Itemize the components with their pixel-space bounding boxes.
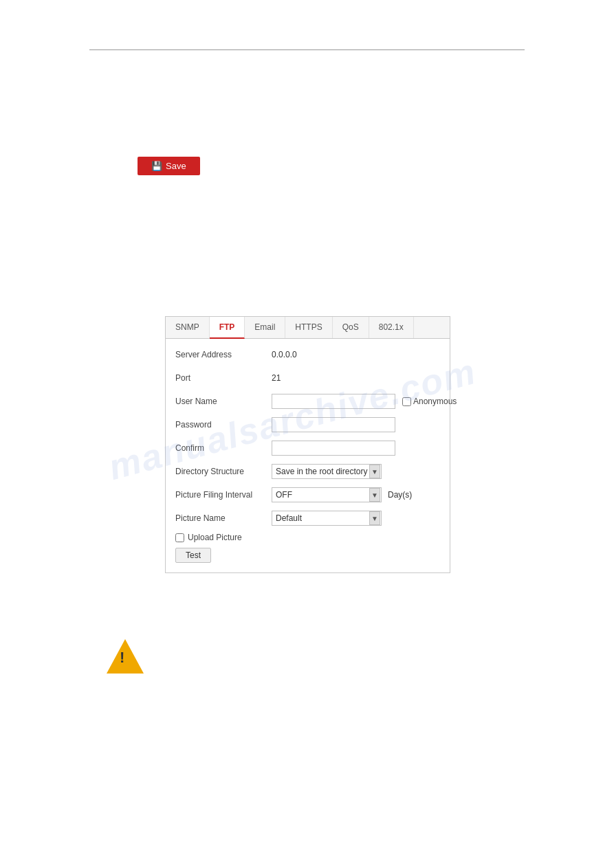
picture-name-select-wrapper: Default Custom ▼ (272, 511, 382, 526)
password-control (272, 417, 440, 432)
test-button-row: Test (175, 548, 440, 563)
port-control: 21 (272, 373, 440, 383)
directory-structure-select-wrapper: Save in the root directory Custom ▼ (272, 464, 382, 479)
server-address-label: Server Address (175, 350, 272, 359)
directory-structure-select[interactable]: Save in the root directory Custom (272, 464, 382, 479)
tab-8021x[interactable]: 802.1x (369, 317, 414, 338)
port-value: 21 (272, 373, 281, 383)
picture-filing-interval-control: OFF 1 2 7 30 ▼ Day(s) (272, 487, 440, 502)
username-control: Anonymous (272, 394, 457, 409)
upload-picture-checkbox[interactable] (175, 533, 184, 542)
form-body: Server Address 0.0.0.0 Port 21 User Name… (166, 339, 450, 572)
password-row: Password (175, 416, 440, 434)
server-address-row: Server Address 0.0.0.0 (175, 346, 440, 364)
anonymous-checkbox[interactable] (402, 397, 411, 406)
port-label: Port (175, 373, 272, 383)
top-divider (89, 49, 525, 50)
save-button[interactable]: 💾 Save (138, 157, 200, 175)
picture-filing-interval-label: Picture Filing Interval (175, 490, 272, 500)
picture-name-select[interactable]: Default Custom (272, 511, 382, 526)
directory-structure-control: Save in the root directory Custom ▼ (272, 464, 440, 479)
upload-picture-label: Upload Picture (188, 533, 242, 542)
server-address-control: 0.0.0.0 (272, 350, 440, 359)
directory-structure-label: Directory Structure (175, 467, 272, 476)
upload-picture-row: Upload Picture (175, 533, 440, 542)
password-input[interactable] (272, 417, 395, 432)
tab-qos[interactable]: QoS (333, 317, 369, 338)
picture-name-row: Picture Name Default Custom ▼ (175, 509, 440, 527)
test-button[interactable]: Test (175, 548, 211, 563)
ftp-panel: SNMP FTP Email HTTPS QoS 802.1x Server A… (165, 316, 450, 573)
username-row: User Name Anonymous (175, 392, 440, 410)
password-label: Password (175, 420, 272, 430)
username-input[interactable] (272, 394, 395, 409)
confirm-row: Confirm (175, 439, 440, 457)
port-row: Port 21 (175, 369, 440, 387)
save-button-area: 💾 Save (138, 157, 200, 175)
save-button-label: Save (166, 161, 186, 171)
picture-name-control: Default Custom ▼ (272, 511, 440, 526)
save-icon: 💾 (151, 161, 162, 171)
confirm-control (272, 441, 440, 456)
picture-name-label: Picture Name (175, 513, 272, 523)
confirm-label: Confirm (175, 443, 272, 453)
days-label: Day(s) (388, 490, 412, 500)
tab-email[interactable]: Email (245, 317, 285, 338)
tab-ftp[interactable]: FTP (210, 317, 245, 339)
confirm-input[interactable] (272, 441, 395, 456)
tab-https[interactable]: HTTPS (285, 317, 332, 338)
warning-triangle (107, 639, 144, 674)
anonymous-label: Anonymous (402, 397, 457, 406)
tab-bar: SNMP FTP Email HTTPS QoS 802.1x (166, 317, 450, 339)
server-address-value: 0.0.0.0 (272, 350, 297, 359)
directory-structure-row: Directory Structure Save in the root dir… (175, 463, 440, 480)
picture-filing-interval-select[interactable]: OFF 1 2 7 30 (272, 487, 382, 502)
picture-filing-interval-row: Picture Filing Interval OFF 1 2 7 30 ▼ D… (175, 486, 440, 504)
tab-snmp[interactable]: SNMP (166, 317, 210, 338)
username-label: User Name (175, 397, 272, 406)
warning-icon (107, 639, 144, 676)
picture-filing-interval-select-wrapper: OFF 1 2 7 30 ▼ (272, 487, 382, 502)
